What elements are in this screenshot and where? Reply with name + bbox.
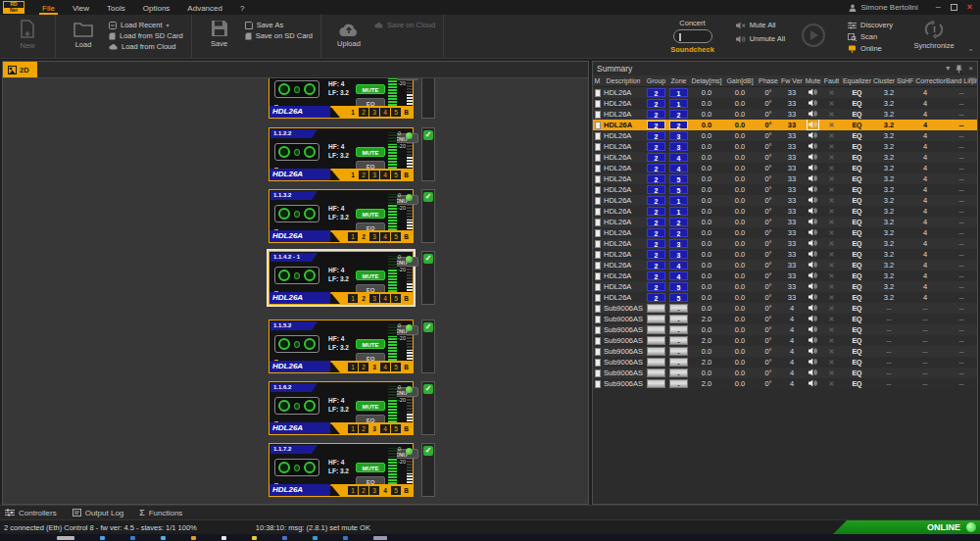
table-row[interactable]: HDL26A250.00.00°33✕EQ3.24-- — [593, 292, 977, 303]
device-checked-icon[interactable]: ✓ — [423, 192, 433, 202]
group-value[interactable]: 2 — [647, 121, 665, 129]
group-value[interactable]: 2 — [647, 239, 665, 248]
column-header-m[interactable]: M — [593, 75, 602, 86]
device-tab-b[interactable]: B — [402, 486, 411, 495]
eq-button[interactable]: EQ — [852, 294, 861, 301]
row-checkbox[interactable] — [595, 272, 601, 280]
device-tab-1[interactable]: 1 — [348, 294, 358, 303]
eq-button[interactable]: EQ — [852, 208, 861, 215]
device-checkbox-panel[interactable]: ✓ — [421, 127, 435, 181]
zone-value[interactable]: 2 — [669, 228, 688, 237]
device-tab-5[interactable]: 5 — [391, 486, 401, 495]
device-body[interactable]: 1.1.6.2HF: 4LF: 3.2MENUMUTEEQ0-20-60HDL2… — [269, 381, 414, 435]
row-checkbox[interactable] — [595, 122, 601, 129]
eq-button[interactable]: EQ — [852, 316, 861, 322]
online-button[interactable]: Online — [848, 44, 893, 53]
save-as-button[interactable]: Save As — [245, 21, 313, 29]
zone-value[interactable]: - — [669, 347, 688, 356]
speaker-icon[interactable] — [808, 324, 818, 334]
zone-value[interactable]: - — [669, 325, 688, 334]
table-row[interactable]: Sub9006AS-0.00.00°4✕EQ------ — [593, 346, 977, 357]
device-tab-3[interactable]: 3 — [369, 363, 379, 371]
device-body[interactable]: 1.1.4.2 - 1HF: 4LF: 3.2MENUMUTEEQ0-20-60… — [269, 251, 414, 305]
row-checkbox[interactable] — [595, 89, 601, 97]
speaker-icon[interactable] — [808, 152, 818, 162]
zone-value[interactable]: 5 — [669, 174, 688, 183]
row-checkbox[interactable] — [595, 369, 601, 377]
device-tab-b[interactable]: B — [402, 108, 411, 117]
taskbar-item[interactable] — [313, 536, 318, 540]
device-checkbox-panel[interactable]: ✓ — [421, 320, 435, 373]
device-tab-b[interactable]: B — [402, 232, 411, 241]
device-tab-1[interactable]: 1 — [348, 486, 358, 495]
eq-button[interactable]: EQ — [852, 229, 861, 236]
synchronize-button[interactable]: ! Synchronize — [908, 20, 959, 50]
group-value[interactable] — [647, 315, 665, 323]
menu-file[interactable]: File — [33, 1, 64, 15]
column-header-gain-db-[interactable]: Gain[dB] — [723, 75, 757, 86]
column-header-cluster-size[interactable]: Cluster Size — [873, 75, 905, 86]
device-tab-1[interactable]: 1 — [348, 232, 358, 241]
speaker-icon[interactable] — [808, 87, 818, 97]
device-body[interactable]: 1.1.3.2HF: 4LF: 3.2MENUMUTEEQ0-20-60HDL2… — [269, 189, 414, 243]
eq-button[interactable]: EQ — [852, 89, 861, 96]
group-value[interactable] — [647, 336, 665, 345]
row-checkbox[interactable] — [595, 262, 601, 270]
group-value[interactable]: 2 — [647, 261, 665, 270]
table-row[interactable]: HDL26A220.00.00°33✕EQ3.24-- — [593, 109, 977, 120]
mute-button[interactable]: MUTE — [356, 463, 385, 472]
table-row[interactable]: HDL26A250.00.00°33✕EQ3.24-- — [593, 184, 977, 195]
device-tab-4[interactable]: 4 — [380, 486, 390, 495]
device-body[interactable]: 1.1.5.2HF: 4LF: 3.2MENUMUTEEQ0-20-60HDL2… — [269, 320, 414, 373]
table-row[interactable]: HDL26A230.00.00°33✕EQ3.24-- — [593, 249, 977, 260]
scan-button[interactable]: Scan — [848, 32, 893, 41]
speaker-icon[interactable] — [808, 227, 818, 237]
zone-value[interactable]: 3 — [669, 239, 688, 248]
group-value[interactable] — [647, 369, 665, 377]
zone-value[interactable]: 1 — [669, 207, 688, 216]
device-tab-5[interactable]: 5 — [391, 108, 401, 117]
group-value[interactable]: 2 — [647, 153, 665, 162]
device-tab-5[interactable]: 5 — [391, 232, 401, 241]
device-widget[interactable]: 1.1.3.2HF: 4LF: 3.2MENUMUTEEQ0-20-60HDL2… — [269, 189, 437, 244]
eq-button[interactable]: EQ — [852, 154, 861, 161]
table-row[interactable]: HDL26A210.00.00°33✕EQ3.24-- — [593, 195, 977, 206]
eq-button[interactable]: EQ — [852, 197, 861, 204]
table-row[interactable]: HDL26A240.00.00°33✕EQ3.24-- — [593, 163, 977, 173]
group-value[interactable]: 2 — [647, 282, 665, 291]
speaker-icon[interactable] — [808, 130, 818, 140]
load-from-cloud-button[interactable]: Load from Cloud — [109, 42, 183, 51]
zone-value[interactable]: 5 — [669, 282, 688, 291]
row-checkbox[interactable] — [595, 100, 601, 108]
device-tab-4[interactable]: 4 — [380, 171, 390, 179]
device-widget[interactable]: 1.1.7.2HF: 4LF: 3.2MENUMUTEEQ0-20-60HDL2… — [269, 443, 437, 498]
user-account[interactable]: Simone Bertolini — [849, 3, 917, 12]
table-row[interactable]: Sub9006AS-2.00.00°4✕EQ------ — [593, 378, 977, 389]
taskbar-item[interactable] — [191, 536, 196, 540]
device-tab-1[interactable]: 1 — [348, 171, 358, 179]
device-body[interactable]: 1.1.7.2HF: 4LF: 3.2MENUMUTEEQ0-20-60HDL2… — [269, 443, 414, 497]
eq-button[interactable]: EQ — [852, 380, 861, 387]
device-checkbox-panel[interactable]: ✓ — [421, 443, 435, 497]
speaker-icon[interactable] — [808, 270, 818, 280]
save-on-cloud-button[interactable]: Save on Cloud — [374, 21, 435, 29]
row-checkbox[interactable] — [595, 305, 601, 313]
speaker-icon[interactable] — [808, 368, 818, 377]
table-row[interactable]: HDL26A250.00.00°33✕EQ3.24-- — [593, 173, 977, 184]
table-row[interactable]: HDL26A240.00.00°33✕EQ3.24-- — [593, 260, 977, 270]
table-row[interactable]: HDL26A220.00.00°33✕EQ3.24-- — [593, 120, 977, 130]
device-tab-b[interactable]: B — [402, 424, 411, 433]
taskbar-item[interactable] — [221, 536, 226, 540]
device-tab-b[interactable]: B — [402, 363, 411, 371]
device-tab-2[interactable]: 2 — [359, 108, 368, 117]
row-checkbox[interactable] — [595, 219, 601, 226]
device-tab-1[interactable]: 1 — [348, 363, 358, 371]
group-value[interactable]: 2 — [647, 99, 665, 108]
tab-controllers[interactable]: Controllers — [5, 509, 57, 517]
device-tab-b[interactable]: B — [402, 171, 411, 179]
device-tab-1[interactable]: 1 — [348, 424, 358, 433]
speaker-icon[interactable] — [808, 335, 818, 345]
group-value[interactable] — [647, 379, 665, 388]
speaker-icon[interactable] — [808, 173, 818, 183]
mute-button[interactable]: MUTE — [356, 270, 385, 280]
